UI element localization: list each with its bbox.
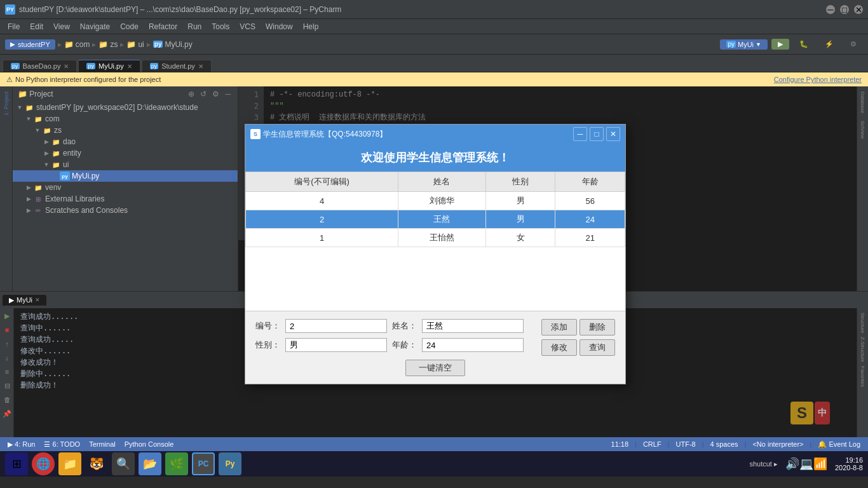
maximize-button[interactable]: □	[840, 5, 849, 14]
vtab-z-structure[interactable]: Z-Structure	[859, 335, 866, 364]
coverage-button[interactable]: ⚡	[818, 39, 840, 50]
form-input-id[interactable]	[285, 319, 387, 333]
dialog-maximize-btn[interactable]: □	[590, 127, 604, 141]
table-row[interactable]: 4 刘德华 男 56	[246, 192, 625, 210]
run-down-icon[interactable]: ↓	[2, 353, 12, 363]
vtab-favorites[interactable]: Favorites	[859, 364, 866, 389]
form-row-id: 编号： 姓名：	[255, 319, 524, 333]
menu-navigate[interactable]: Navigate	[75, 21, 115, 32]
tree-item-venv[interactable]: ▶ 📁 venv	[13, 182, 238, 193]
menu-refactor[interactable]: Refactor	[144, 21, 182, 32]
menu-view[interactable]: View	[48, 21, 75, 32]
table-row-3[interactable]: 1 王怡然 女 21	[246, 229, 625, 247]
tree-item-entity[interactable]: ▶ 📁 entity	[13, 147, 238, 159]
tab-close-basedao[interactable]: ✕	[64, 63, 69, 70]
delete-button[interactable]: 删除	[580, 319, 615, 336]
configure-interpreter-link[interactable]: Configure Python interpreter	[774, 76, 862, 83]
tree-item-root[interactable]: ▼ 📁 studentPY [py_workspace02] D:\ideawo…	[13, 102, 238, 113]
dialog-header-text: 欢迎使用学生信息管理系统！	[361, 151, 510, 164]
breadcrumb-ui[interactable]: 📁 ui	[126, 40, 144, 49]
warning-icon: ⚠	[6, 76, 13, 84]
menu-tools[interactable]: Tools	[207, 21, 234, 32]
tab-close-student[interactable]: ✕	[198, 63, 203, 70]
sidebar-collapse-btn[interactable]: ─	[223, 89, 233, 99]
menu-window[interactable]: Window	[261, 21, 298, 32]
tab-myui[interactable]: py MyUi.py ✕	[78, 60, 140, 72]
table-row-selected[interactable]: 2 王然 男 24	[246, 210, 625, 229]
menu-file[interactable]: File	[3, 21, 25, 32]
query-button[interactable]: 查询	[580, 339, 615, 356]
tab-student[interactable]: py Student.py ✕	[142, 60, 212, 72]
taskbar-python[interactable]: Py	[219, 452, 241, 475]
run-button[interactable]: ▶	[771, 39, 789, 50]
tab-basedao[interactable]: py BaseDao.py ✕	[3, 60, 77, 72]
status-todo[interactable]: ☰ 6: TODO	[41, 440, 83, 449]
status-run[interactable]: ▶ 4: Run	[5, 440, 37, 449]
close-button[interactable]: ✕	[854, 5, 863, 14]
add-button[interactable]: 添加	[541, 319, 577, 336]
status-terminal[interactable]: Terminal	[86, 440, 118, 448]
vtab-structure[interactable]: Structure	[859, 311, 866, 335]
settings-button[interactable]: ⚙	[844, 39, 863, 50]
dialog-close-btn[interactable]: ✕	[606, 127, 620, 141]
folder-icon-venv: 📁	[33, 183, 43, 192]
status-encoding[interactable]: UTF-8	[674, 440, 698, 448]
run-config-selector[interactable]: py MyUi ▼	[720, 39, 768, 50]
form-input-age[interactable]	[422, 338, 524, 352]
menu-run[interactable]: Run	[182, 21, 207, 32]
minimize-button[interactable]: ─	[826, 5, 835, 14]
start-button[interactable]: ⊞	[5, 452, 28, 475]
status-indent[interactable]: 4 spaces	[708, 440, 741, 448]
taskbar-pycharm[interactable]: PC	[192, 452, 215, 475]
run-stop-icon[interactable]: ■	[2, 325, 12, 335]
tree-item-zs[interactable]: ▼ 📁 zs	[13, 125, 238, 136]
run-filter2-icon[interactable]: ⊟	[2, 381, 12, 391]
col-id: 编号(不可编辑)	[246, 172, 398, 192]
run-pin-icon[interactable]: 📌	[2, 409, 12, 419]
bottom-tab-close-myui[interactable]: ✕	[35, 297, 40, 303]
taskbar-folder[interactable]: 📁	[58, 452, 81, 475]
form-input-gender[interactable]	[285, 338, 387, 352]
vtab-sciview[interactable]: SciView	[859, 118, 866, 141]
vtab-database[interactable]: Database	[859, 89, 866, 116]
breadcrumb-file[interactable]: py MyUi.py	[153, 40, 193, 49]
student-management-dialog[interactable]: S 学生信息管理系统【QQ:54430978】 ─ □ ✕ 欢迎使用学生信息管理…	[245, 124, 626, 384]
status-event-log[interactable]: 🔔 Event Log	[815, 440, 863, 449]
taskbar-chrome[interactable]: 🌐	[32, 452, 55, 475]
tree-item-myui[interactable]: py MyUi.py	[13, 170, 238, 182]
vtab-project[interactable]: 1: Project	[3, 92, 10, 116]
tree-item-ui[interactable]: ▼ 📁 ui	[13, 159, 238, 170]
taskbar-files[interactable]: 📂	[139, 452, 161, 475]
tree-item-scratches[interactable]: ▶ ✏ Scratches and Consoles	[13, 205, 238, 216]
taskbar-search[interactable]: 🔍	[112, 452, 135, 475]
menu-vcs[interactable]: VCS	[234, 21, 261, 32]
sidebar-gear-btn[interactable]: ⚙	[210, 89, 221, 99]
run-restart-icon[interactable]: ▶	[2, 311, 12, 321]
taskbar-app6[interactable]: 🌿	[165, 452, 188, 475]
run-trash-icon[interactable]: 🗑	[2, 395, 12, 405]
run-filter-icon[interactable]: ≡	[2, 367, 12, 377]
status-line-sep[interactable]: CRLF	[641, 440, 664, 448]
tree-item-extlib[interactable]: ▶ ⊞ External Libraries	[13, 193, 238, 205]
tree-item-dao[interactable]: ▶ 📁 dao	[13, 136, 238, 147]
status-python-console[interactable]: Python Console	[122, 440, 177, 448]
status-interpreter[interactable]: <No interpreter>	[750, 440, 806, 448]
menu-code[interactable]: Code	[115, 21, 144, 32]
tree-item-com[interactable]: ▼ 📁 com	[13, 113, 238, 125]
tab-close-myui[interactable]: ✕	[127, 63, 132, 70]
sidebar-sync-btn[interactable]: ↺	[198, 89, 208, 99]
menu-help[interactable]: Help	[298, 21, 324, 32]
menu-edit[interactable]: Edit	[25, 21, 48, 32]
modify-button[interactable]: 修改	[541, 339, 577, 356]
sidebar-add-btn[interactable]: ⊕	[186, 89, 196, 99]
project-sidebar: 📁 Project ⊕ ↺ ⚙ ─ ▼ 📁 studentPY [py_work…	[13, 86, 238, 291]
dialog-minimize-btn[interactable]: ─	[573, 127, 587, 141]
breadcrumb-zs[interactable]: 📁 zs	[98, 40, 118, 49]
form-input-name[interactable]	[422, 319, 524, 333]
breadcrumb-com[interactable]: 📁 com	[64, 40, 90, 49]
debug-button[interactable]: 🐛	[793, 39, 815, 50]
taskbar-tiger[interactable]: 🐯	[85, 452, 108, 475]
bottom-tab-run[interactable]: ▶ MyUi ✕	[3, 295, 46, 306]
clear-button[interactable]: 一键清空	[405, 360, 465, 376]
run-up-icon[interactable]: ↑	[2, 339, 12, 349]
